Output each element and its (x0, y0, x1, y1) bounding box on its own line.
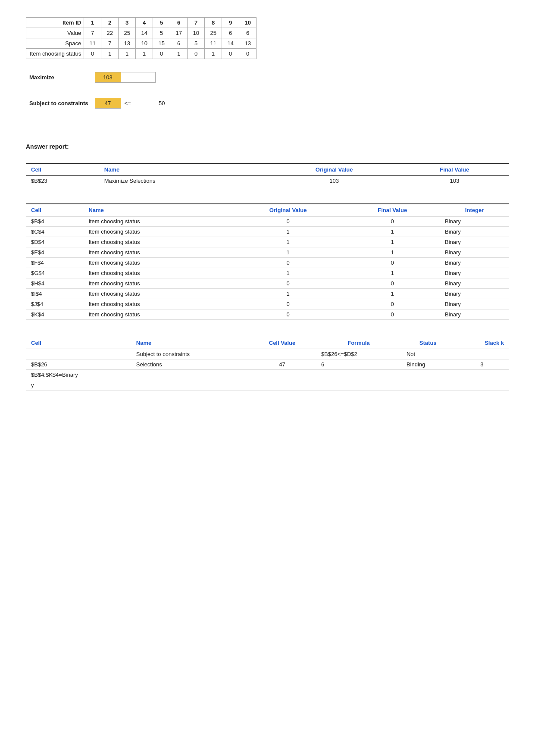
space-row: Space 11 7 13 10 15 6 5 11 14 13 (26, 38, 257, 49)
con-slack: 3 (455, 359, 509, 370)
constraint-op: <= (121, 98, 155, 109)
var-original: 0 (231, 309, 345, 320)
obj-report-header-row: Cell Name Original Value Final Value (26, 163, 509, 176)
col-6-header: 6 (170, 18, 188, 28)
con-name: Selections (131, 359, 248, 370)
con-cellval: 47 (248, 359, 316, 370)
var-final: 1 (345, 247, 440, 258)
objective-report-section: Cell Name Original Value Final Value $B$… (26, 163, 509, 186)
var-row: $H$4 Item choosing status 0 0 Binary (26, 278, 509, 289)
st-7: 0 (188, 49, 205, 59)
var-cell: $I$4 (26, 289, 83, 299)
var-final: 1 (345, 237, 440, 247)
var-integer: Binary (440, 299, 509, 309)
con-cell: $B$4:$K$4=Binary (26, 370, 131, 380)
sp-10: 13 (239, 38, 257, 49)
con-status (401, 380, 455, 390)
obj-row-final: 103 (400, 176, 509, 186)
val-4: 14 (136, 28, 153, 38)
con-cellval (248, 380, 316, 390)
con-status-header: Status (401, 337, 455, 349)
var-original: 1 (231, 268, 345, 278)
sp-6: 6 (170, 38, 188, 49)
obj-name-header: Name (99, 163, 269, 176)
con-header-row: Cell Name Cell Value Formula Status Slac… (26, 337, 509, 349)
status-label: Item choosing status (26, 49, 84, 59)
con-formula: $B$26<=$D$2 (316, 349, 401, 359)
val-1: 7 (84, 28, 101, 38)
con-cell-header: Cell (26, 337, 131, 349)
var-name: Item choosing status (83, 258, 231, 268)
constraint-rhs: 50 (155, 98, 168, 109)
var-row: $E$4 Item choosing status 1 1 Binary (26, 247, 509, 258)
objective-report-table: Cell Name Original Value Final Value $B$… (26, 163, 509, 186)
var-integer: Binary (440, 258, 509, 268)
value-row: Value 7 22 25 14 5 17 10 25 6 6 (26, 28, 257, 38)
var-name: Item choosing status (83, 227, 231, 237)
val-8: 25 (205, 28, 222, 38)
st-3: 1 (119, 49, 136, 59)
var-name: Item choosing status (83, 247, 231, 258)
var-name: Item choosing status (83, 278, 231, 289)
var-integer: Binary (440, 237, 509, 247)
sp-1: 11 (84, 38, 101, 49)
var-integer: Binary (440, 227, 509, 237)
obj-report-row: $B$23 Maximize Selections 103 103 (26, 176, 509, 186)
var-cell: $B$4 (26, 216, 83, 227)
original-label-top: Original Value (316, 166, 353, 173)
var-original-header: Original Value (231, 204, 345, 216)
con-formula (316, 380, 401, 390)
val-7: 10 (188, 28, 205, 38)
var-final: 0 (345, 278, 440, 289)
var-original-label: Original Value (269, 207, 307, 213)
sp-8: 11 (205, 38, 222, 49)
col-8-header: 8 (205, 18, 222, 28)
constraints-report-table: Cell Name Cell Value Formula Status Slac… (26, 337, 509, 390)
sp-3: 13 (119, 38, 136, 49)
var-name: Item choosing status (83, 309, 231, 320)
col-10-header: 10 (239, 18, 257, 28)
st-10: 0 (239, 49, 257, 59)
var-original: 1 (231, 227, 345, 237)
col-5-header: 5 (153, 18, 170, 28)
col-2-header: 2 (101, 18, 119, 28)
var-integer: Binary (440, 247, 509, 258)
maximize-empty (121, 72, 155, 83)
sp-9: 14 (222, 38, 239, 49)
spreadsheet-table: Item ID 1 2 3 4 5 6 7 8 9 10 Value 7 22 … (26, 17, 257, 59)
var-cell: $K$4 (26, 309, 83, 320)
item-id-label: Item ID (26, 18, 84, 28)
maximize-value: 103 (95, 72, 121, 83)
con-name-header: Name (131, 337, 248, 349)
var-cell: $F$4 (26, 258, 83, 268)
var-final: 1 (345, 227, 440, 237)
var-cell: $C$4 (26, 227, 83, 237)
space-label: Space (26, 38, 84, 49)
st-1: 0 (84, 49, 101, 59)
empty-row-1 (26, 83, 168, 91)
constraint-row: Subject to constraints 47 <= 50 (26, 98, 168, 109)
objective-section: Maximize 103 Subject to constraints 47 <… (26, 72, 509, 109)
con-row: $B$26 Selections 47 6 Binding 3 (26, 359, 509, 370)
var-header-row: Cell Name Original Value Final Value Int… (26, 204, 509, 216)
var-integer: Binary (440, 268, 509, 278)
var-original: 0 (231, 258, 345, 268)
objective-table: Maximize 103 Subject to constraints 47 <… (26, 72, 168, 109)
var-name: Item choosing status (83, 289, 231, 299)
val-5: 5 (153, 28, 170, 38)
val-3: 25 (119, 28, 136, 38)
st-8: 1 (205, 49, 222, 59)
var-final-header: Final Value (345, 204, 440, 216)
value-label: Value (26, 28, 84, 38)
constraints-report-section: Cell Name Cell Value Formula Status Slac… (26, 337, 509, 390)
var-original: 0 (231, 278, 345, 289)
var-original: 0 (231, 216, 345, 227)
var-cell: $E$4 (26, 247, 83, 258)
val-6: 17 (170, 28, 188, 38)
obj-original-header: Original Value (269, 163, 400, 176)
var-final: 1 (345, 289, 440, 299)
var-name: Item choosing status (83, 237, 231, 247)
var-row: $B$4 Item choosing status 0 0 Binary (26, 216, 509, 227)
val-2: 22 (101, 28, 119, 38)
var-original: 1 (231, 289, 345, 299)
